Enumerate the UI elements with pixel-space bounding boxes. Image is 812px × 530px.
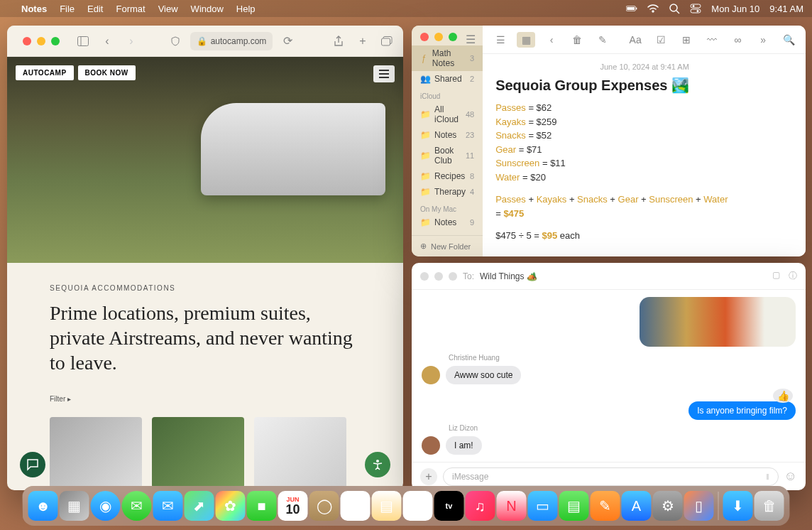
menubar-time[interactable]: 9:41 AM — [769, 4, 803, 14]
close-button[interactable] — [420, 33, 429, 41]
dock-app-mail[interactable]: ✉ — [153, 491, 183, 521]
close-button[interactable] — [420, 272, 429, 281]
new-folder-button[interactable]: ⊕ New Folder — [412, 235, 483, 256]
to-field[interactable]: Wild Things 🏕️ — [480, 271, 537, 281]
dock-app-finder[interactable]: ☻ — [28, 491, 58, 521]
close-button[interactable] — [23, 37, 31, 45]
sidebar-item-recipes[interactable]: 📁Recipes8 — [412, 168, 483, 184]
control-center-icon[interactable] — [690, 3, 701, 14]
menu-help[interactable]: Help — [236, 4, 256, 14]
checklist-button[interactable]: ☑ — [652, 32, 670, 48]
dock-app-pages[interactable]: ✎ — [591, 491, 620, 521]
sidebar-item-math-notes[interactable]: ƒ Math Notes 3 — [412, 45, 483, 71]
dock-app-freeform[interactable]: ✎ — [403, 491, 433, 521]
dock-app-messages-d[interactable]: ✉ — [122, 491, 152, 521]
dock-app-appstore[interactable]: A — [622, 491, 652, 521]
tabs-button[interactable] — [378, 32, 396, 50]
dock-app-safari-d[interactable]: ◉ — [91, 491, 121, 521]
hamburger-menu[interactable] — [373, 65, 395, 82]
accessibility-button[interactable] — [365, 452, 390, 477]
link-button[interactable]: ∞ — [728, 32, 747, 48]
wifi-icon[interactable] — [647, 3, 659, 14]
dock-app-numbers[interactable]: ▤ — [559, 491, 589, 521]
table-button[interactable]: ⊞ — [677, 32, 696, 48]
sidebar-item-notes[interactable]: 📁Notes9 — [412, 215, 483, 230]
minimize-button[interactable] — [434, 272, 443, 281]
dock-app-mirror[interactable]: ▯ — [684, 491, 714, 521]
dock-app-music[interactable]: ♫ — [466, 491, 495, 521]
site-logo[interactable]: AUTOCAMP — [16, 65, 74, 80]
battery-icon[interactable] — [626, 3, 637, 14]
dock-app-photos[interactable]: ✿ — [216, 491, 246, 521]
sidebar-toggle[interactable]: ☰ — [466, 33, 474, 41]
dock-app-calendar[interactable]: JUN10 — [278, 491, 308, 521]
dock-app-launchpad[interactable]: ▦ — [60, 491, 89, 521]
zoom-button[interactable] — [449, 272, 457, 281]
sidebar-toggle[interactable] — [74, 32, 92, 50]
address-bar[interactable]: 🔒 autocamp.com — [190, 32, 273, 50]
message-photo[interactable] — [640, 297, 796, 347]
thumbnail[interactable] — [50, 417, 142, 488]
info-icon[interactable]: ⓘ — [789, 270, 797, 282]
dock-app-notes-d[interactable]: ▤ — [372, 491, 402, 521]
menu-file[interactable]: File — [60, 4, 75, 14]
dock-app-tv[interactable]: tv — [434, 491, 464, 521]
dock-app-reminders[interactable]: ☰ — [341, 491, 371, 521]
share-button[interactable] — [329, 32, 348, 50]
thumbnail[interactable] — [254, 417, 346, 488]
sidebar-item-all-icloud[interactable]: 📁All iCloud48 — [412, 102, 483, 127]
minimize-button[interactable] — [37, 37, 45, 45]
dock-app-settings[interactable]: ⚙ — [653, 491, 683, 521]
menu-format[interactable]: Format — [116, 4, 145, 14]
back-button[interactable]: ‹ — [98, 32, 116, 50]
add-attachment-button[interactable]: + — [420, 468, 437, 485]
message-bubble[interactable]: I am! — [446, 436, 482, 455]
sidebar-item-notes[interactable]: 📁Notes23 — [412, 127, 483, 143]
message-bubble[interactable]: Is anyone bringing film? — [688, 401, 796, 420]
zoom-button[interactable] — [449, 33, 457, 41]
format-button[interactable]: Aa — [626, 32, 644, 48]
note-editor[interactable]: June 10, 2024 at 9:41 AM Sequoia Group E… — [483, 54, 806, 252]
menu-window[interactable]: Window — [191, 4, 224, 14]
minimize-button[interactable] — [434, 33, 443, 41]
zoom-button[interactable] — [51, 37, 60, 45]
sidebar-item-shared[interactable]: 👥 Shared 2 — [412, 71, 483, 87]
dock-app-maps[interactable]: ⬈ — [185, 491, 214, 521]
dock-app-contacts[interactable]: ◯ — [309, 491, 339, 521]
message-bubble[interactable]: Awww soo cute — [446, 366, 521, 384]
chat-widget-button[interactable] — [20, 452, 45, 477]
media-button[interactable]: 〰 — [703, 32, 721, 48]
dock-app-news[interactable]: N — [497, 491, 527, 521]
emoji-button[interactable]: ☺ — [784, 469, 797, 484]
book-now-button[interactable]: BOOK NOW — [78, 65, 136, 80]
search-button[interactable]: 🔍 — [779, 32, 798, 48]
delete-button[interactable]: 🗑 — [568, 32, 586, 48]
reload-button[interactable]: ⟳ — [278, 32, 297, 50]
filter-toggle[interactable]: Filter ▸ — [50, 395, 361, 403]
menu-view[interactable]: View — [158, 4, 178, 14]
more-button[interactable]: » — [754, 32, 772, 48]
back-button[interactable]: ‹ — [542, 32, 561, 48]
dock-app-facetime[interactable]: ■ — [247, 491, 277, 521]
new-tab-button[interactable]: + — [353, 32, 372, 50]
dock-app-keynote[interactable]: ▭ — [528, 491, 558, 521]
menubar-date[interactable]: Mon Jun 10 — [711, 4, 759, 14]
menu-edit[interactable]: Edit — [87, 4, 103, 14]
forward-button[interactable]: › — [122, 32, 141, 50]
avatar[interactable] — [422, 436, 440, 455]
sidebar-item-book-club[interactable]: 📁Book Club11 — [412, 143, 483, 168]
spotlight-icon[interactable] — [669, 3, 680, 14]
reaction-bubble[interactable]: 👍 — [773, 389, 793, 403]
message-input[interactable]: iMessage ⦀ — [443, 467, 779, 486]
audio-icon[interactable]: ⦀ — [766, 472, 769, 482]
dock-trash[interactable]: 🗑 — [755, 491, 784, 521]
app-menu[interactable]: Notes — [21, 4, 47, 14]
gallery-view-button[interactable]: ▦ — [517, 32, 535, 48]
avatar[interactable] — [422, 366, 440, 384]
shield-icon[interactable] — [166, 32, 185, 50]
compose-button[interactable]: ✎ — [593, 32, 612, 48]
thumbnail[interactable] — [152, 417, 244, 488]
list-view-button[interactable]: ☰ — [491, 32, 510, 48]
sidebar-item-therapy[interactable]: 📁Therapy4 — [412, 184, 483, 200]
dock-downloads[interactable]: ⬇ — [723, 491, 753, 521]
